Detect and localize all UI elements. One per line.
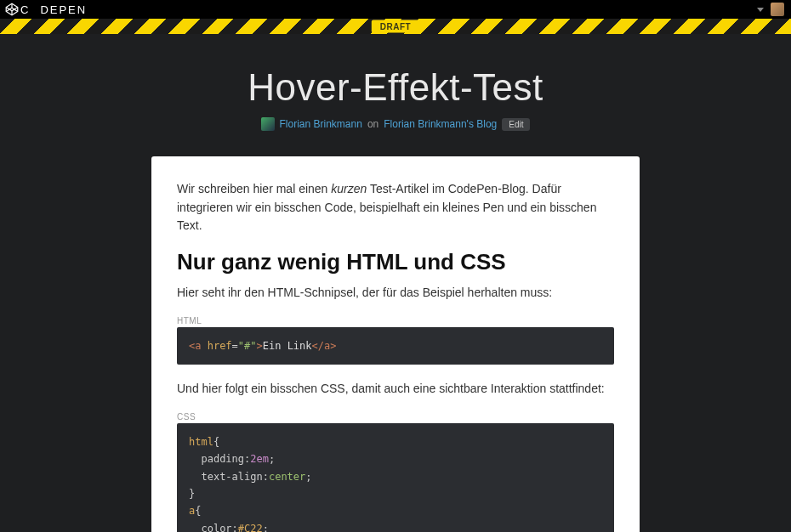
intro-paragraph: Wir schreiben hier mal einen kurzen Test… (177, 180, 614, 235)
section-heading: Nur ganz wenig HTML und CSS (177, 249, 614, 275)
html-code-label: HTML (177, 316, 614, 325)
html-code-block: <a href="#">Ein Link</a> (177, 327, 614, 365)
blog-link[interactable]: Florian Brinkmann's Blog (384, 118, 497, 130)
code-token: padding (201, 453, 244, 465)
codepen-logo[interactable]: CDEPEN (5, 3, 87, 16)
intro-em: kurzen (331, 182, 367, 195)
post-header: Hover-Effekt-Test Florian Brinkmann on F… (0, 34, 791, 156)
code-token: } (189, 488, 195, 500)
codepen-icon (5, 3, 19, 16)
code-token: { (195, 505, 201, 517)
brand-text: CDEPEN (20, 3, 87, 16)
code-token: : (263, 471, 269, 483)
draft-bar: DRAFT (0, 19, 791, 34)
code-token: Ein Link (263, 340, 312, 352)
code-token: color (201, 523, 231, 532)
author-avatar[interactable] (261, 117, 275, 131)
css-intro-text: Und hier folgt ein bisschen CSS, damit a… (177, 380, 614, 399)
code-token: #C22 (238, 523, 263, 532)
code-token: center (269, 471, 305, 483)
code-token: = (232, 340, 238, 352)
code-token: > (257, 340, 263, 352)
intro-prefix: Wir schreiben hier mal einen (177, 182, 331, 195)
code-token: ; (305, 471, 311, 483)
code-token: ; (269, 453, 275, 465)
byline-on: on (367, 118, 378, 130)
code-token: { (213, 436, 219, 448)
post-title: Hover-Effekt-Test (0, 66, 791, 109)
user-avatar[interactable] (771, 3, 784, 16)
top-right-controls (757, 3, 784, 16)
edit-button[interactable]: Edit (502, 118, 530, 131)
code-token: "#" (238, 340, 257, 352)
code-token: html (189, 436, 213, 448)
code-token: : (232, 523, 238, 532)
code-token: text-align (201, 471, 262, 483)
top-bar: CDEPEN (0, 0, 791, 19)
dropdown-caret-icon[interactable] (757, 8, 764, 12)
html-intro-text: Hier seht ihr den HTML-Schnipsel, der fü… (177, 284, 614, 303)
css-code-label: CSS (177, 412, 614, 422)
code-token: <a (189, 340, 201, 352)
article-body: Wir schreiben hier mal einen kurzen Test… (151, 156, 640, 532)
css-code-block: html{ padding:2em; text-align:center; } … (177, 423, 614, 532)
author-link[interactable]: Florian Brinkmann (280, 118, 362, 130)
code-token: ; (263, 523, 269, 532)
code-token: 2em (250, 453, 269, 465)
code-token: </a> (312, 340, 337, 352)
code-token: href (201, 340, 231, 352)
byline: Florian Brinkmann on Florian Brinkmann's… (0, 117, 791, 131)
draft-badge: DRAFT (372, 20, 419, 33)
